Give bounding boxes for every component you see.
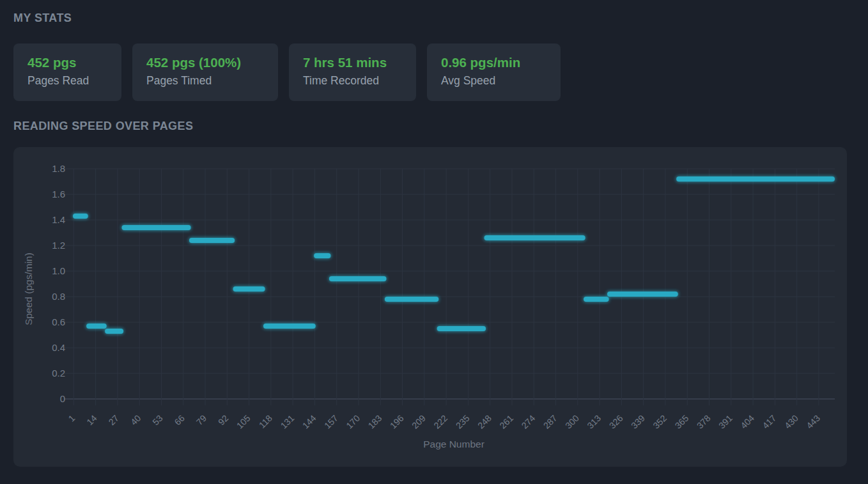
x-tick-label: 66 [173,413,187,427]
y-tick-label: 1.4 [52,214,65,225]
speed-bar [263,324,316,329]
x-tick-label: 79 [194,413,208,427]
x-tick-label: 27 [107,413,121,427]
speed-bar [189,238,235,243]
x-tick-label: 53 [150,413,164,427]
y-tick-label: 0 [60,393,65,404]
x-tick-label: 339 [629,413,647,431]
y-tick-label: 1.6 [52,189,65,199]
x-tick-label: 274 [520,413,538,431]
stat-cards-row: 452 pgs Pages Read 452 pgs (100%) Pages … [13,43,855,101]
x-tick-label: 92 [216,413,230,427]
speed-bar [73,214,88,219]
speed-bar [233,286,265,292]
x-tick-label: 209 [410,413,428,431]
reading-speed-chart-panel: 00.20.40.60.81.01.21.41.61.8114274053667… [13,147,847,467]
speed-bar [484,235,585,240]
x-tick-label: 443 [804,413,822,431]
speed-bar [584,297,609,302]
x-tick-label: 183 [366,413,384,431]
x-tick-label: 248 [476,413,493,431]
stat-card-pages-read: 452 pgs Pages Read [13,43,121,101]
y-tick-label: 1.8 [52,163,65,174]
x-tick-label: 222 [431,413,449,431]
x-tick-label: 105 [235,413,252,431]
x-tick-label: 287 [541,413,559,431]
x-tick-label: 144 [300,413,318,431]
pages-read-value: 452 pgs [27,54,107,71]
x-tick-label: 14 [84,413,98,427]
speed-bar [86,324,107,329]
x-tick-label: 365 [673,413,691,431]
pages-timed-label: Pages Timed [146,74,264,88]
x-tick-label: 352 [651,413,669,431]
speed-bar [314,253,330,258]
speed-bar [607,292,678,297]
speed-bar [385,297,438,302]
x-tick-label: 235 [454,413,472,431]
x-tick-label: 404 [738,413,756,431]
y-tick-label: 0.4 [52,342,65,353]
speed-bar [437,326,486,331]
stat-card-avg-speed: 0.96 pgs/min Avg Speed [427,43,561,101]
x-axis-title: Page Number [423,439,484,449]
x-tick-label: 430 [782,413,800,431]
avg-speed-label: Avg Speed [441,74,546,88]
x-tick-label: 118 [257,413,274,430]
y-tick-label: 1.2 [52,240,65,251]
speed-bar [676,176,835,182]
x-tick-label: 1 [66,413,77,424]
time-recorded-label: Time Recorded [303,74,402,88]
my-stats-heading: MY STATS [13,11,855,25]
stat-card-pages-timed: 452 pgs (100%) Pages Timed [132,43,278,101]
pages-timed-value: 452 pgs (100%) [146,54,264,71]
pages-read-label: Pages Read [27,74,107,88]
y-tick-label: 0.2 [52,368,65,379]
x-tick-label: 196 [388,413,406,431]
x-tick-label: 170 [344,413,362,431]
x-tick-label: 131 [278,413,296,431]
x-tick-label: 157 [322,413,340,431]
x-tick-label: 326 [607,413,625,431]
reading-stats-page: MY STATS 452 pgs Pages Read 452 pgs (100… [0,11,868,467]
x-tick-label: 261 [497,413,515,431]
y-tick-label: 0.6 [52,316,65,327]
y-tick-label: 0.8 [52,291,65,302]
y-tick-label: 1.0 [52,265,65,276]
speed-bar [121,225,190,230]
reading-speed-chart-heading: READING SPEED OVER PAGES [13,119,855,133]
x-tick-label: 40 [128,413,143,427]
speed-bar [105,329,123,334]
x-tick-label: 313 [585,413,603,431]
x-tick-label: 378 [695,413,713,431]
y-axis-title: Speed (pgs/min) [23,253,34,325]
stat-card-time-recorded: 7 hrs 51 mins Time Recorded [289,43,416,101]
x-tick-label: 391 [717,413,734,431]
speed-bar [329,276,387,281]
x-tick-label: 417 [761,413,779,431]
time-recorded-value: 7 hrs 51 mins [303,54,402,71]
avg-speed-value: 0.96 pgs/min [441,54,546,71]
x-tick-label: 300 [563,413,581,431]
reading-speed-over-pages-chart: 00.20.40.60.81.01.21.41.61.8114274053667… [13,147,847,467]
